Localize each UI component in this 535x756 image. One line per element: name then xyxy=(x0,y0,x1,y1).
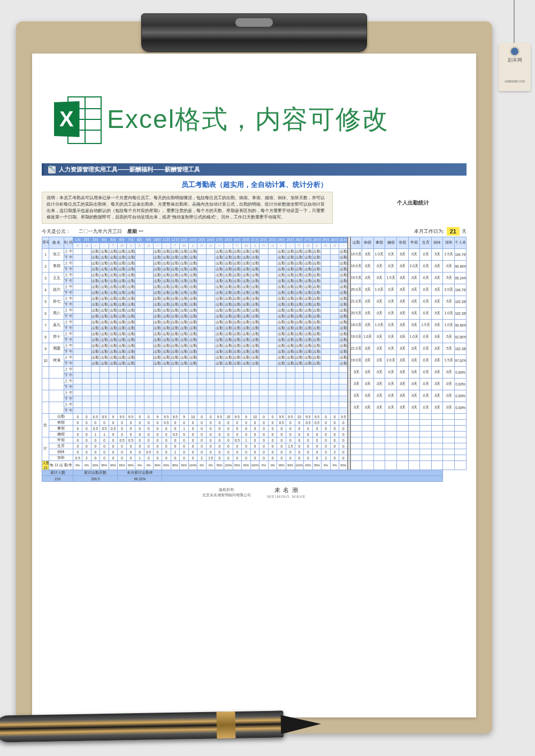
cell-8-pm-24[interactable]: 出勤 xyxy=(277,349,286,355)
cell-1-pm-14[interactable]: 出勤 xyxy=(188,267,197,273)
cell-3-pm-25[interactable]: 出勤 xyxy=(286,290,295,296)
cell-12-am-1[interactable] xyxy=(73,390,82,396)
cell-11-pm-20[interactable] xyxy=(242,384,251,390)
cell-9-am-12[interactable]: 出勤 xyxy=(171,355,180,361)
cell-13-pm-6[interactable] xyxy=(118,408,127,414)
cell-2-am-1[interactable] xyxy=(73,273,82,278)
cell-5-am-10[interactable]: 出勤 xyxy=(153,308,162,314)
cell-12-pm-26[interactable] xyxy=(295,396,304,402)
cell-4-am-3[interactable]: 出勤 xyxy=(91,296,100,302)
cell-7-am-4[interactable]: 出勤 xyxy=(100,331,109,337)
cell-2-am-16[interactable] xyxy=(206,273,215,278)
cell-5-pm-31[interactable]: 出勤 xyxy=(339,314,348,320)
cell-6-pm-1[interactable] xyxy=(73,326,82,331)
cell-13-am-16[interactable] xyxy=(206,402,215,408)
cell-1-pm-24[interactable]: 出勤 xyxy=(277,267,286,273)
cell-12-pm-5[interactable] xyxy=(109,396,118,402)
cell-0-am-28[interactable]: 出勤 xyxy=(312,249,322,255)
cell-11-am-19[interactable] xyxy=(233,379,242,384)
cell-0-am-22[interactable] xyxy=(259,249,269,255)
cell-2-am-23[interactable] xyxy=(268,273,277,278)
cell-7-am-21[interactable]: 出勤 xyxy=(250,331,259,337)
cell-0-am-27[interactable]: 出勤 xyxy=(304,249,313,255)
cell-10-pm-19[interactable] xyxy=(233,373,242,379)
cell-4-pm-16[interactable] xyxy=(206,302,215,308)
cell-13-pm-25[interactable] xyxy=(286,408,295,414)
cell-6-pm-12[interactable]: 出勤 xyxy=(171,326,180,331)
cell-3-am-1[interactable] xyxy=(73,284,82,290)
cell-9-pm-28[interactable]: 出勤 xyxy=(312,361,322,367)
cell-6-pm-24[interactable]: 出勤 xyxy=(277,326,286,331)
cell-5-am-31[interactable]: 出勤 xyxy=(339,308,348,314)
cell-11-am-5[interactable] xyxy=(109,379,118,384)
cell-6-pm-18[interactable]: 出勤 xyxy=(224,326,233,331)
cell-11-pm-5[interactable] xyxy=(109,384,118,390)
cell-0-pm-8[interactable] xyxy=(135,255,144,261)
cell-0-pm-20[interactable]: 出勤 xyxy=(242,255,251,261)
cell-13-am-11[interactable] xyxy=(162,402,171,408)
cell-6-am-8[interactable] xyxy=(135,320,144,326)
cell-4-pm-4[interactable]: 出勤 xyxy=(100,302,109,308)
cell-13-pm-2[interactable] xyxy=(82,408,91,414)
cell-10-am-10[interactable] xyxy=(153,367,162,373)
cell-10-pm-13[interactable] xyxy=(180,373,189,379)
cell-4-pm-11[interactable]: 出勤 xyxy=(162,302,171,308)
cell-3-pm-30[interactable] xyxy=(330,290,339,296)
cell-0-pm-27[interactable]: 出勤 xyxy=(304,255,313,261)
cell-3-am-7[interactable]: 出勤 xyxy=(126,284,135,290)
cell-12-pm-3[interactable] xyxy=(91,396,100,402)
cell-0-am-16[interactable] xyxy=(206,249,215,255)
cell-7-pm-1[interactable] xyxy=(73,337,82,343)
cell-4-am-31[interactable]: 出勤 xyxy=(339,296,348,302)
cell-6-pm-29[interactable] xyxy=(322,326,331,331)
cell-6-am-25[interactable]: 出勤 xyxy=(286,320,295,326)
cell-3-am-13[interactable]: 出勤 xyxy=(180,284,189,290)
cell-6-pm-19[interactable]: 出勤 xyxy=(233,326,242,331)
cell-9-am-4[interactable]: 出勤 xyxy=(100,355,109,361)
cell-5-pm-16[interactable] xyxy=(206,314,215,320)
cell-8-pm-11[interactable]: 出勤 xyxy=(162,349,171,355)
cell-8-am-18[interactable]: 出勤 xyxy=(224,343,233,349)
cell-12-am-25[interactable] xyxy=(286,390,295,396)
cell-4-pm-31[interactable]: 出勤 xyxy=(339,302,348,308)
cell-12-am-15[interactable] xyxy=(197,390,207,396)
cell-12-am-17[interactable] xyxy=(215,390,224,396)
cell-10-am-22[interactable] xyxy=(259,367,269,373)
cell-13-am-28[interactable] xyxy=(312,402,322,408)
cell-6-pm-3[interactable]: 出勤 xyxy=(91,326,100,331)
cell-7-am-18[interactable]: 出勤 xyxy=(224,331,233,337)
cell-11-pm-11[interactable] xyxy=(162,384,171,390)
cell-7-pm-14[interactable]: 出勤 xyxy=(188,337,197,343)
cell-2-pm-9[interactable] xyxy=(144,278,153,284)
cell-7-am-30[interactable] xyxy=(330,331,339,337)
cell-11-pm-26[interactable] xyxy=(295,384,304,390)
cell-3-pm-14[interactable]: 出勤 xyxy=(188,290,197,296)
cell-5-pm-9[interactable] xyxy=(144,314,153,320)
cell-10-am-1[interactable] xyxy=(73,367,82,373)
cell-2-am-21[interactable]: 出勤 xyxy=(250,273,259,278)
cell-2-pm-5[interactable]: 出勤 xyxy=(109,278,118,284)
cell-3-am-14[interactable]: 出勤 xyxy=(188,284,197,290)
cell-1-pm-16[interactable] xyxy=(206,267,215,273)
cell-0-am-20[interactable]: 出勤 xyxy=(242,249,251,255)
cell-9-pm-10[interactable]: 出勤 xyxy=(153,361,162,367)
cell-8-pm-19[interactable]: 出勤 xyxy=(233,349,242,355)
cell-13-am-19[interactable] xyxy=(233,402,242,408)
cell-5-am-15[interactable] xyxy=(197,308,207,314)
cell-6-am-29[interactable] xyxy=(322,320,331,326)
cell-4-pm-12[interactable]: 出勤 xyxy=(171,302,180,308)
cell-2-am-6[interactable]: 出勤 xyxy=(118,273,127,278)
cell-7-pm-25[interactable]: 出勤 xyxy=(286,337,295,343)
cell-7-am-16[interactable] xyxy=(206,331,215,337)
cell-1-pm-12[interactable]: 出勤 xyxy=(171,267,180,273)
cell-9-am-5[interactable]: 出勤 xyxy=(109,355,118,361)
cell-8-pm-15[interactable] xyxy=(197,349,207,355)
cell-3-pm-3[interactable]: 出勤 xyxy=(91,290,100,296)
cell-13-pm-5[interactable] xyxy=(109,408,118,414)
cell-13-am-20[interactable] xyxy=(242,402,251,408)
cell-8-am-23[interactable] xyxy=(268,343,277,349)
cell-11-am-31[interactable] xyxy=(339,379,348,384)
cell-5-am-30[interactable] xyxy=(330,308,339,314)
cell-1-pm-18[interactable]: 出勤 xyxy=(224,267,233,273)
cell-9-am-13[interactable]: 出勤 xyxy=(180,355,189,361)
